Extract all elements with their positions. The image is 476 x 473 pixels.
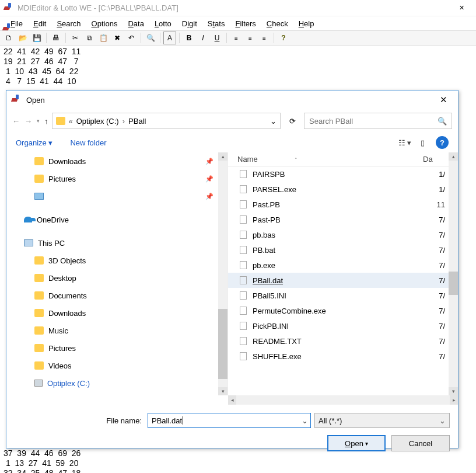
italic-icon[interactable]: I [197,32,209,44]
nav-desktop[interactable]: Desktop [6,269,228,287]
col-name[interactable]: Name ˄ [237,155,423,164]
browser: Downloads📌 Pictures📌 📌 OneDrive This PC … [6,152,458,395]
nav-scrollbar[interactable]: ▴ ▾ [218,152,228,395]
dialog-close-icon[interactable]: ✕ [434,92,453,107]
undo-icon[interactable]: ↶ [125,32,138,44]
nav-downloads[interactable]: Downloads [6,304,228,322]
menu-stats[interactable]: Stats [203,18,230,29]
open-icon[interactable]: 📂 [16,32,29,44]
file-name: PAIRSPB [253,170,423,179]
thispc-node[interactable]: This PC [6,234,228,252]
file-row[interactable]: Past.PB11 [228,197,449,212]
nav-3d-objects[interactable]: 3D Objects [6,252,228,269]
menu-help[interactable]: Help [294,18,319,29]
filetype-select[interactable]: All (*.*) ⌄ [314,413,450,428]
quick-downloads[interactable]: Downloads📌 [6,152,228,170]
paste-icon[interactable]: 📋 [97,32,110,44]
menu-data[interactable]: Data [123,18,148,29]
scroll-down-icon[interactable]: ▾ [449,387,458,395]
nav-documents[interactable]: Documents [6,287,228,304]
nav-music[interactable]: Music [6,322,228,339]
align-right-icon[interactable]: ≡ [258,32,271,44]
file-row[interactable]: Past-PB7/ [228,212,449,227]
filetype-dropdown-icon[interactable]: ⌄ [439,416,446,425]
breadcrumb-overflow[interactable]: « [69,117,73,126]
organize-menu[interactable]: Organize ▾ [16,138,52,147]
scroll-thumb[interactable] [449,272,458,295]
sys-close-icon[interactable]: ✕ [451,2,473,13]
file-row[interactable]: PBall.dat7/ [228,273,449,288]
new-folder-button[interactable]: New folder [70,138,106,147]
pin-icon: 📌 [205,193,214,200]
help-icon[interactable]: ? [277,32,290,44]
bold-icon[interactable]: B [183,32,195,44]
cancel-button[interactable]: Cancel [391,435,450,451]
nav-pictures[interactable]: Pictures [6,339,228,357]
quick-pictures[interactable]: Pictures📌 [6,170,228,187]
file-row[interactable]: PAIRSPB1/ [228,166,449,182]
menu-options[interactable]: Options [87,18,123,29]
scroll-up-icon[interactable]: ▴ [449,152,458,161]
up-icon[interactable]: ↑ [44,117,48,126]
breadcrumb[interactable]: « Optiplex (C:) › PBall ⌄ [52,113,281,129]
file-header[interactable]: Name ˄ Da [228,152,449,166]
dialog-bottom: File name: PBall.dat ⌄ All (*.*) ⌄ Open … [6,405,458,457]
file-row[interactable]: PB.bat7/ [228,242,449,258]
delete-icon[interactable]: ✖ [111,32,124,44]
file-icon [239,200,248,209]
file-row[interactable]: PickPB.INI7/ [228,318,449,333]
refresh-icon[interactable]: ⟳ [284,113,300,129]
menu-lotto[interactable]: Lotto [150,18,176,29]
menu-check[interactable]: Check [262,18,293,29]
scroll-down-icon[interactable]: ▾ [218,387,228,395]
file-row[interactable]: pb.bas7/ [228,227,449,242]
dialog-help-icon[interactable]: ? [436,136,449,149]
menu-search[interactable]: Search [52,18,85,29]
copy-icon[interactable]: ⧉ [83,32,96,44]
underline-icon[interactable]: U [211,32,223,44]
scroll-left-icon[interactable]: ◂ [228,395,236,405]
file-row[interactable]: pb.exe7/ [228,258,449,273]
search-input[interactable]: Search PBall 🔍 [304,113,452,129]
file-row[interactable]: SHUFFLE.exe7/ [228,349,449,364]
save-icon[interactable]: 💾 [30,32,43,44]
main-titlebar: MDIEditor & Lotto WE - [C:\PBALL\PBALL.D… [0,0,476,16]
file-row[interactable]: PARSEL.exe1/ [228,182,449,197]
scroll-right-icon[interactable]: ▸ [450,395,458,405]
col-date[interactable]: Da [423,155,449,164]
menu-edit[interactable]: Edit [29,18,51,29]
file-row[interactable]: PBall5.INI7/ [228,288,449,303]
recent-dropdown-icon[interactable]: ▾ [37,118,40,124]
cut-icon[interactable]: ✂ [69,32,82,44]
filename-input[interactable]: PBall.dat ⌄ [148,413,311,428]
breadcrumb-dropdown-icon[interactable]: ⌄ [270,117,276,126]
file-row[interactable]: README.TXT7/ [228,333,449,349]
align-left-icon[interactable]: ≡ [230,32,243,44]
nav-drive-c[interactable]: Optiplex (C:) [6,374,228,392]
scroll-up-icon[interactable]: ▴ [218,152,228,161]
forward-icon[interactable]: → [24,117,32,126]
file-scrollbar[interactable]: ▴ ▾ [449,152,458,395]
font-icon[interactable]: A [163,32,176,44]
folder-icon [34,274,44,282]
file-hscrollbar[interactable]: ◂ ▸ [228,395,458,405]
print-icon[interactable]: 🖶 [50,32,62,44]
breadcrumb-folder[interactable]: PBall [128,117,146,126]
new-icon[interactable]: 🗋 [2,32,15,44]
back-icon[interactable]: ← [12,117,20,126]
file-row[interactable]: PermuteCombine.exe7/ [228,303,449,318]
scroll-thumb[interactable] [218,309,228,379]
nav-videos[interactable]: Videos [6,357,228,374]
filename-dropdown-icon[interactable]: ⌄ [302,416,308,425]
align-center-icon[interactable]: ≡ [244,32,257,44]
file-name: PB.bat [253,246,423,255]
preview-pane-icon[interactable]: ▯ [414,135,431,149]
menu-digit[interactable]: Digit [177,18,202,29]
find-icon[interactable]: 🔍 [144,32,157,44]
quick-item[interactable]: 📌 [6,187,228,205]
open-button[interactable]: Open ▾ [327,435,386,451]
breadcrumb-drive[interactable]: Optiplex (C:) [76,117,119,126]
onedrive-node[interactable]: OneDrive [6,211,228,228]
menu-filters[interactable]: Filters [230,18,260,29]
view-mode-icon[interactable]: ☷ ▾ [396,135,414,149]
